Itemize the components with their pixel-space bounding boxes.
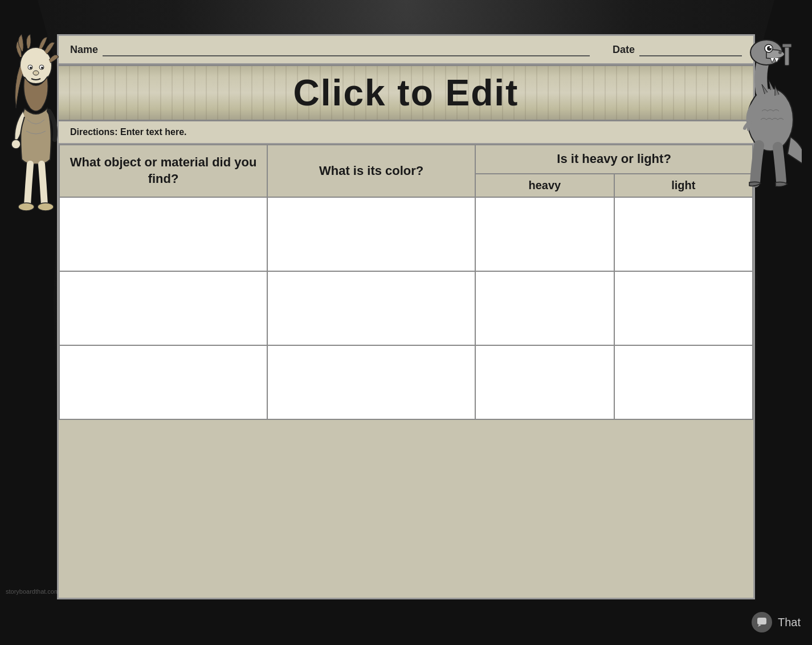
svg-point-5 [33, 71, 39, 75]
col-object-header: What object or material did you find? [59, 145, 267, 197]
directions-row: Directions: Enter text here. [59, 121, 753, 144]
table-container: What object or material did you find? Wh… [59, 144, 753, 420]
name-input-line[interactable] [103, 43, 590, 56]
table-row [59, 197, 753, 271]
svg-point-4 [41, 67, 43, 69]
row2-col3b[interactable] [614, 271, 753, 345]
title-banner[interactable]: Click to Edit [59, 64, 753, 121]
row1-col2[interactable] [267, 197, 475, 271]
col-heavy-header-text: heavy [529, 179, 561, 191]
date-label: Date [613, 44, 635, 56]
name-label: Name [70, 44, 98, 56]
row1-col1[interactable] [59, 197, 267, 271]
watermark: storyboardthat.com [6, 588, 59, 595]
col-light-header-text: light [671, 179, 695, 191]
svg-point-9 [748, 88, 793, 151]
row2-col2[interactable] [267, 271, 475, 345]
svg-rect-17 [757, 618, 766, 624]
svg-rect-16 [782, 44, 791, 47]
col-light-header: light [614, 174, 753, 197]
name-section: Name [70, 43, 590, 56]
worksheet-container: Name Date Click to Edit Directions: Ente… [57, 34, 755, 599]
row2-col3a[interactable] [475, 271, 614, 345]
row1-col3b[interactable] [614, 197, 753, 271]
table-row [59, 271, 753, 345]
svg-point-7 [18, 203, 34, 211]
row2-col1[interactable] [59, 271, 267, 345]
row1-col3a[interactable] [475, 197, 614, 271]
title-text[interactable]: Click to Edit [70, 72, 742, 114]
col-color-header-text: What is its color? [319, 164, 423, 178]
col-object-header-text: What object or material did you find? [70, 155, 257, 186]
dinosaur-character [739, 28, 802, 188]
row3-col1[interactable] [59, 345, 267, 419]
col-heavy-header: heavy [475, 174, 614, 197]
svg-rect-15 [785, 46, 789, 66]
date-section: Date [613, 43, 742, 56]
table-row [59, 345, 753, 419]
row3-col3a[interactable] [475, 345, 614, 419]
svg-point-3 [30, 67, 32, 69]
watermark-text: storyboardthat.com [6, 588, 59, 595]
col-color-header: What is its color? [267, 145, 475, 197]
col-heavylight-header-text: Is it heavy or light? [557, 152, 671, 166]
svg-point-6 [11, 140, 21, 149]
worksheet-table: What object or material did you find? Wh… [59, 144, 753, 420]
chat-icon[interactable] [752, 612, 772, 632]
caveman-character [10, 34, 62, 217]
svg-point-8 [38, 203, 54, 211]
bottom-bar: That [0, 599, 812, 645]
that-text: That [778, 616, 801, 629]
name-date-row: Name Date [59, 36, 753, 64]
svg-point-14 [770, 47, 772, 48]
date-input-line[interactable] [639, 43, 742, 56]
svg-point-11 [778, 51, 782, 54]
row3-col3b[interactable] [614, 345, 753, 419]
row3-col2[interactable] [267, 345, 475, 419]
col-heavylight-header: Is it heavy or light? [475, 145, 753, 174]
directions-text: Directions: Enter text here. [70, 127, 187, 137]
table-header-row: What object or material did you find? Wh… [59, 145, 753, 174]
